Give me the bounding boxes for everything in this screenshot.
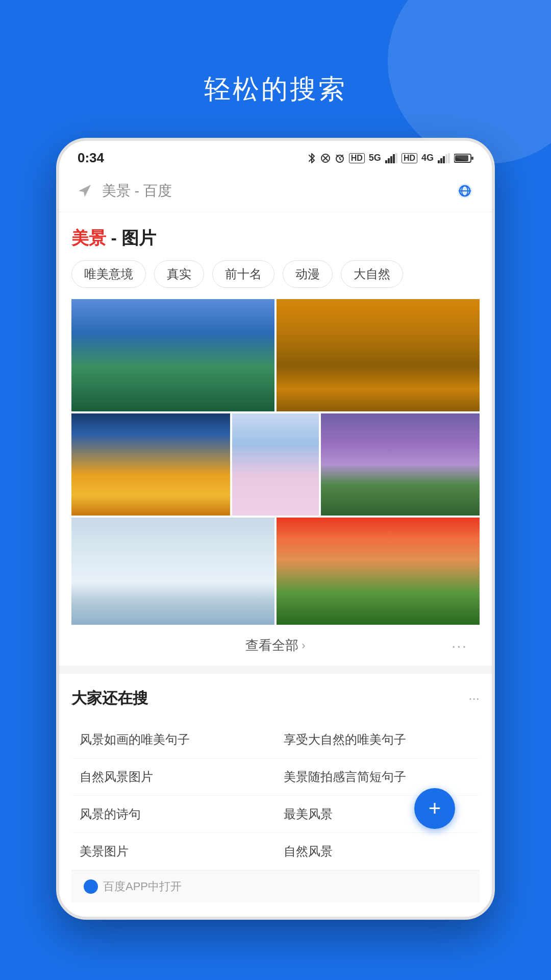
also-title: 大家还在搜: [71, 688, 148, 709]
svg-rect-8: [440, 158, 442, 163]
search-bar[interactable]: 美景 - 百度: [59, 173, 492, 212]
footer-hint: 百度APP中打开: [71, 870, 480, 902]
content-area: 美景 - 图片 唯美意境 真实 前十名 动漫 大自然: [59, 212, 492, 917]
image-row2: [71, 413, 480, 516]
also-item-2[interactable]: 自然风景图片: [71, 758, 276, 796]
fab-plus-icon: +: [429, 796, 441, 821]
view-all-arrow-icon: ›: [302, 639, 305, 652]
image-sunset-field[interactable]: [277, 518, 480, 625]
alarm-icon: [335, 153, 345, 163]
title-highlight: 美景: [71, 228, 106, 248]
filter-tag-4[interactable]: 大自然: [341, 260, 403, 288]
more-options-icon[interactable]: ···: [452, 637, 467, 654]
view-all-row[interactable]: 查看全部 › ···: [71, 625, 480, 666]
status-time: 0:34: [78, 150, 104, 166]
also-item-0[interactable]: 风景如画的唯美句子: [71, 721, 276, 758]
also-grid: 风景如画的唯美句子 享受大自然的唯美句子 自然风景图片 美景随拍感言简短句子 风…: [71, 721, 480, 870]
svg-rect-2: [385, 160, 387, 163]
svg-rect-4: [390, 156, 392, 163]
phone-mockup: 0:34: [56, 138, 495, 920]
5g-icon: 5G: [369, 153, 381, 163]
filter-tag-0[interactable]: 唯美意境: [71, 260, 146, 288]
svg-rect-5: [393, 154, 395, 163]
image-section: 美景 - 图片 唯美意境 真实 前十名 动漫 大自然: [59, 212, 492, 666]
planet-icon[interactable]: [452, 178, 478, 204]
image-grid: [71, 299, 480, 625]
fab-button[interactable]: +: [414, 788, 455, 829]
image-cherry[interactable]: [232, 413, 319, 516]
status-bar: 0:34: [59, 141, 492, 173]
filter-tag-3[interactable]: 动漫: [283, 260, 333, 288]
filter-tags: 唯美意境 真实 前十名 动漫 大自然: [71, 260, 480, 288]
svg-rect-9: [443, 156, 445, 163]
4g-icon: 4G: [421, 153, 434, 163]
image-mountain[interactable]: [71, 299, 274, 411]
view-all-label[interactable]: 查看全部: [245, 636, 298, 654]
phone-wrapper: 0:34: [0, 138, 551, 920]
also-item-4[interactable]: 风景的诗句: [71, 796, 276, 833]
image-sunset-water[interactable]: [71, 413, 230, 516]
svg-rect-3: [388, 158, 390, 163]
hd-badge-icon: HD: [349, 153, 365, 163]
also-section: 大家还在搜 ··· 风景如画的唯美句子 享受大自然的唯美句子 自然风景图片 美景…: [59, 674, 492, 917]
title-rest: - 图片: [106, 228, 156, 248]
section-title: 美景 - 图片: [71, 227, 480, 250]
bluetooth-icon: [307, 153, 316, 164]
filter-tag-1[interactable]: 真实: [154, 260, 204, 288]
also-more-icon[interactable]: ···: [468, 691, 480, 706]
image-snow[interactable]: [71, 518, 274, 625]
svg-rect-10: [445, 154, 447, 163]
send-icon: [73, 180, 96, 202]
baidu-logo-icon: [84, 879, 98, 894]
also-header: 大家还在搜 ···: [71, 688, 480, 709]
svg-rect-6: [395, 153, 397, 163]
footer-hint-text: 百度APP中打开: [103, 879, 182, 894]
search-query[interactable]: 美景 - 百度: [102, 181, 452, 201]
hd2-badge-icon: HD: [402, 153, 417, 163]
also-item-1[interactable]: 享受大自然的唯美句子: [276, 721, 480, 758]
image-autumn[interactable]: [277, 299, 480, 411]
image-lavender[interactable]: [321, 413, 480, 516]
also-item-6[interactable]: 美景图片: [71, 833, 276, 870]
crossed-circle-icon: [320, 153, 331, 163]
signal-icon: [385, 153, 397, 163]
svg-rect-7: [438, 160, 440, 163]
filter-tag-2[interactable]: 前十名: [212, 260, 274, 288]
also-item-3[interactable]: 美景随拍感言简短句子: [276, 758, 480, 796]
also-item-7[interactable]: 自然风景 +: [276, 833, 480, 870]
